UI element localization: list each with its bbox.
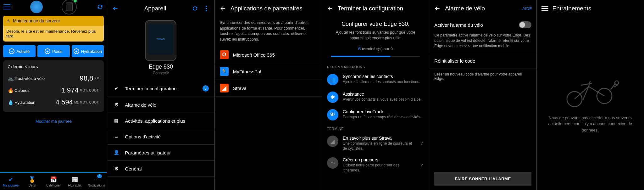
section-recommendations: RECOMMANDATIONS [322,62,429,71]
reco-livetrack[interactable]: 👁 Configurer LiveTrackPartager un flux e… [322,106,429,124]
item-general[interactable]: ⚙Général [107,161,214,177]
menu-icon[interactable] [3,3,11,11]
trophy-icon: 🏅 [29,176,36,183]
drop-icon: 💧 [8,99,14,105]
check-icon: ✓ [420,141,424,146]
assistance-icon: ✱ [327,92,338,103]
strava-icon: ◢ [327,136,338,147]
gear-icon: ⚙ [113,102,120,108]
sync-icon[interactable] [191,5,199,12]
done-strava[interactable]: ◢ En savoir plus sur StravaUne communaut… [322,132,429,154]
setup-subtitle: Ajouter les fonctions suivantes pour que… [331,30,420,41]
maintenance-banner: ⚠Maintenance du serveur Désolé, le site … [3,16,104,42]
toggle-label: Activer l'alarme du vélo [434,22,519,28]
reco-assistance[interactable]: ✱ AssistanceAvertir vos contacts si vous… [322,88,429,106]
gear-icon: ⚙ [113,166,120,171]
calendar-icon: 📅 [50,176,57,183]
nav-challenges[interactable]: 🏅Défis [21,173,43,190]
nav-myday[interactable]: ✔Ma journée [0,173,21,190]
globe-icon[interactable] [30,1,43,13]
description: Synchroniser des données vers ou à parti… [215,17,322,47]
empty-state-text: Nous ne pouvons pas accéder à nos serveu… [546,115,634,133]
svg-point-1 [206,8,207,9]
notification-badge: 8 [97,174,102,178]
feed-icon: 📰 [71,176,78,183]
strava-icon: ◢ [220,84,229,92]
flame-icon: 🔥 [8,87,14,93]
plus-icon: + [74,48,79,54]
add-activity-button[interactable]: +Activité [3,45,36,57]
item-bike-alarm[interactable]: ⚙Alarme de vélo [107,97,214,113]
setup-heading: Configurer votre Edge 830. [322,21,429,27]
page-title: Appareil [123,5,187,12]
plus-icon: + [45,48,50,54]
app-strava[interactable]: ◢Strava [215,80,322,97]
plus-icon: + [9,48,14,54]
myfitnesspal-icon: 🏃 [220,67,229,76]
more-icon[interactable] [203,5,210,12]
device-avatar[interactable] [62,0,77,14]
sync-icon[interactable] [96,3,104,11]
page-title: Terminer la configuration [338,5,425,12]
checklist-icon: ✔ [113,86,120,91]
help-link[interactable]: AIDE [522,6,532,11]
edit-day-link[interactable]: Modifier ma journée [0,115,107,129]
reset-code-row[interactable]: Réinitialiser le code [429,53,536,69]
item-activity-options[interactable]: ≡Options d'activité [107,129,214,145]
item-activities-apps[interactable]: ▦Activités, applications et plus [107,113,214,129]
finish-badge: 3 [203,85,209,92]
page-title: Alarme de vélo [445,5,519,12]
add-weight-button[interactable]: +Poids [37,45,70,57]
item-user-settings[interactable]: 👤Paramètres utilisateur [107,145,214,161]
office365-icon: O [220,50,229,59]
sliders-icon: ≡ [113,134,120,139]
back-arrow-icon[interactable] [112,5,119,12]
ring-alarm-button[interactable]: FAIRE SONNER L'ALARME [434,172,531,186]
device-status: Connecté [107,71,214,75]
svg-point-2 [206,10,207,11]
done-create-course[interactable]: ⤳ Créer un parcoursUtilisez notre carte … [322,154,429,176]
page-title: Entraînements [552,5,639,12]
warning-icon: ⚠ [6,18,10,23]
back-arrow-icon[interactable] [219,5,227,12]
card-title: 7 derniers jours [8,64,99,69]
progress-bar [331,56,420,57]
banner-title: Maintenance du serveur [13,18,60,23]
page-title: Applications de partenaires [230,5,317,12]
check-icon: ✔ [8,176,13,183]
nav-calendar[interactable]: 📅Calendrier [43,173,64,190]
section-done: TERMINÉ [322,124,429,132]
check-icon: ✓ [420,163,424,168]
fallen-bike-icon [560,74,620,109]
back-arrow-icon[interactable] [434,5,441,12]
route-icon: ⤳ [327,157,338,169]
last-7-days-card[interactable]: 7 derniers jours 🚲 2 activités à vélo 98… [3,60,104,112]
bike-icon: 🚲 [8,75,14,81]
nav-notifications[interactable]: 8⋯Notifications [86,173,107,190]
device-name: Edge 830 [107,64,214,70]
toggle-description: Ce paramètre active l'alarme de vélo sur… [429,33,536,53]
user-icon: 👤 [113,150,120,155]
grid-icon: ▦ [113,118,120,124]
back-arrow-icon[interactable] [326,5,334,12]
app-myfitnesspal[interactable]: 🏃MyFitnessPal [215,63,322,80]
eye-icon: 👁 [327,109,338,120]
item-finish-setup[interactable]: ✔ Terminer la configuration 3 [107,80,214,97]
alarm-toggle[interactable] [519,21,531,28]
contacts-icon: 👥 [327,74,338,85]
reset-description: Créer un nouveau code d'alarme pour votr… [429,69,536,84]
banner-body: Désolé, le site est en maintenance. Reve… [3,26,104,42]
svg-point-0 [206,6,207,7]
device-image: ROAD [145,20,176,61]
add-hydration-button[interactable]: +Hydratation [72,45,104,57]
setup-progress-text: 6 terminée(s) sur 9 [322,46,429,51]
menu-icon[interactable] [541,5,549,12]
reco-sync-contacts[interactable]: 👥 Synchroniser les contactsAjoutez facil… [322,71,429,88]
nav-newsfeed[interactable]: 📰Flux actu. [64,173,86,190]
app-office365[interactable]: OMicrosoft Office 365 [215,47,322,63]
